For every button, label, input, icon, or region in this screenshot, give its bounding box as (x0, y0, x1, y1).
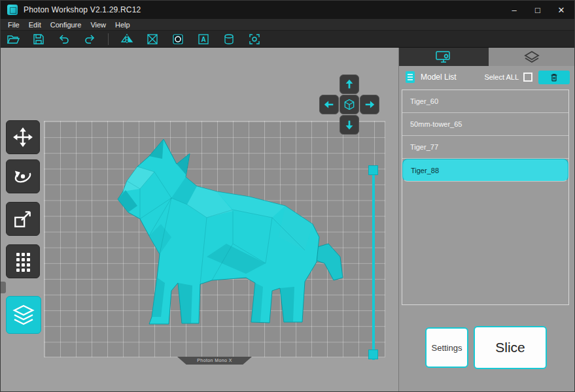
tab-slice-preview[interactable] (489, 48, 575, 66)
toolbar-divider (108, 33, 109, 45)
z-slider-bottom-handle[interactable] (368, 350, 378, 359)
view-right-button[interactable] (360, 95, 379, 114)
menu-view[interactable]: View (86, 21, 111, 29)
layered-pyramid-icon (524, 50, 540, 63)
view-up-button[interactable] (340, 74, 359, 94)
scale-tool-button[interactable] (6, 202, 40, 236)
maximize-button[interactable]: □ (531, 5, 544, 15)
slice-button[interactable]: Slice (474, 326, 547, 369)
detect-islands-button[interactable] (247, 32, 262, 46)
menu-configure[interactable]: Configure (46, 21, 86, 29)
auto-layout-tool-button[interactable] (6, 244, 40, 278)
delete-button[interactable] (538, 71, 570, 84)
open-file-button[interactable] (6, 32, 20, 46)
mirror-icon (120, 33, 133, 46)
trash-icon (549, 73, 559, 82)
svg-text:A: A (201, 36, 205, 43)
menu-edit[interactable]: Edit (24, 21, 46, 29)
monitor-gear-icon (435, 50, 452, 63)
action-buttons: Settings Slice (399, 322, 575, 374)
save-icon (32, 33, 45, 46)
add-primitive-button[interactable] (222, 32, 236, 46)
model-list-item[interactable]: Tiger_88 (402, 159, 568, 182)
titlebar: Photon Workshop V2.1.29.RC12 – □ ✕ (1, 1, 574, 19)
z-slider-track[interactable] (372, 167, 375, 360)
undo-button[interactable] (57, 32, 71, 46)
app-window: Photon Workshop V2.1.29.RC12 – □ ✕ File … (0, 0, 575, 392)
main-toolbar: A (1, 31, 574, 48)
auto-layout-icon (13, 251, 33, 272)
minimize-button[interactable]: – (508, 5, 521, 15)
panel-tabs (399, 48, 575, 66)
layers-icon (11, 302, 36, 328)
dig-hole-button[interactable] (171, 32, 185, 46)
window-controls: – □ ✕ (508, 5, 568, 15)
cube-icon (343, 98, 356, 111)
build-plate-label: Photon Mono X (177, 357, 252, 365)
add-text-icon: A (197, 33, 210, 46)
right-panel: Model List Select ALL Tiger_60 50mm-towe… (398, 48, 575, 392)
mirror-button[interactable] (120, 32, 134, 46)
arrow-up-icon (343, 78, 355, 90)
select-all-label: Select ALL (484, 73, 519, 81)
add-text-button[interactable]: A (196, 32, 211, 46)
model-list-item[interactable]: Tiger_60 (402, 90, 568, 113)
layers-tool-button[interactable] (6, 296, 41, 334)
settings-button[interactable]: Settings (425, 327, 468, 368)
dig-hole-icon (171, 33, 184, 46)
model-item-label: 50mm-tower_65 (410, 120, 462, 128)
redo-icon (83, 33, 96, 46)
model-list-header: Model List Select ALL (399, 66, 575, 88)
model-list-icon (405, 71, 415, 84)
window-title: Photon Workshop V2.1.29.RC12 (24, 5, 141, 14)
arrow-down-icon (343, 119, 355, 131)
view-left-button[interactable] (319, 95, 339, 114)
save-button[interactable] (31, 32, 46, 46)
rotate-icon (12, 166, 33, 187)
move-icon (12, 127, 33, 148)
view-nav-cross (319, 74, 379, 135)
model-item-label: Tiger_88 (411, 167, 439, 174)
cylinder-icon (222, 33, 235, 46)
model-item-label: Tiger_77 (410, 143, 438, 151)
close-button[interactable]: ✕ (555, 5, 568, 15)
menu-bar: File Edit Configure View Help (1, 19, 574, 31)
scan-frame-icon (248, 33, 261, 46)
open-folder-icon (7, 33, 20, 46)
model-item-label: Tiger_60 (410, 97, 438, 105)
select-all-checkbox[interactable] (523, 73, 532, 82)
model-list-item[interactable]: 50mm-tower_65 (402, 113, 568, 136)
rotate-tool-button[interactable] (6, 159, 40, 193)
arrow-right-icon (364, 99, 375, 110)
view-home-button[interactable] (340, 95, 359, 114)
view-down-button[interactable] (340, 115, 359, 135)
model-list-item[interactable]: Tiger_77 (402, 136, 568, 159)
redo-button[interactable] (82, 32, 97, 46)
main-area: Photon Mono X (1, 48, 575, 392)
tab-machine-config[interactable] (399, 48, 489, 66)
menu-file[interactable]: File (3, 21, 24, 29)
arrow-left-icon (323, 99, 335, 110)
menu-help[interactable]: Help (111, 21, 135, 29)
app-logo-icon (7, 5, 18, 15)
cross-section-icon (146, 33, 159, 46)
model-tiger[interactable] (109, 126, 347, 330)
left-edge-notch (1, 282, 6, 293)
move-tool-button[interactable] (6, 120, 40, 154)
z-slider-top-handle[interactable] (368, 165, 378, 175)
scale-icon (12, 208, 33, 229)
model-list: Tiger_60 50mm-tower_65 Tiger_77 Tiger_88 (402, 90, 569, 305)
model-list-title: Model List (421, 73, 457, 82)
undo-icon (58, 33, 71, 46)
viewport-3d[interactable]: Photon Mono X (1, 48, 398, 392)
cross-section-button[interactable] (145, 32, 160, 46)
